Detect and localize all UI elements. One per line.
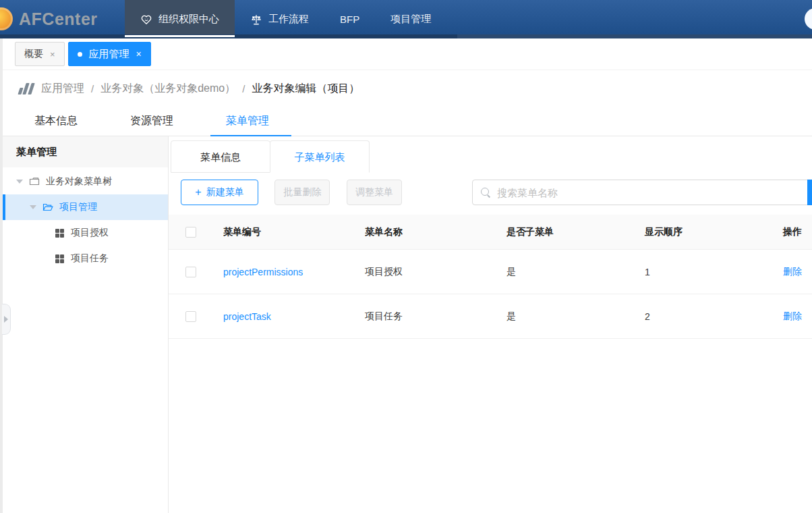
grid-icon xyxy=(55,229,64,238)
nav-item-label: 工作流程 xyxy=(268,13,309,26)
select-all-checkbox[interactable] xyxy=(185,227,196,238)
tree-item-project-task[interactable]: 项目任务 xyxy=(3,246,168,271)
left-rail xyxy=(0,38,3,513)
caret-down-icon[interactable] xyxy=(30,205,36,209)
breadcrumb-item-app-management[interactable]: 应用管理 xyxy=(41,82,84,96)
tab-basic-info[interactable]: 基本信息 xyxy=(32,114,80,128)
tree-item-project-permissions[interactable]: 项目授权 xyxy=(3,220,168,246)
cut-off-search-button[interactable] xyxy=(807,180,812,205)
table-row: projectPermissions 项目授权 是 1 删除 xyxy=(169,250,812,294)
subtab-menu-info[interactable]: 菜单信息 xyxy=(171,140,270,173)
breadcrumb-separator: / xyxy=(242,83,245,94)
toolbar: + 新建菜单 批量删除 调整菜单 xyxy=(169,180,812,205)
adjust-menu-label: 调整菜单 xyxy=(355,186,393,198)
folder-icon xyxy=(29,176,40,187)
menu-tree: 业务对象菜单树 项目管理 项目授权 xyxy=(3,167,168,271)
nav-item-label: 组织权限中心 xyxy=(158,13,219,26)
new-menu-button-label: 新建菜单 xyxy=(206,186,244,198)
table-header-row: 菜单编号 菜单名称 是否子菜单 显示顺序 操作 xyxy=(169,215,812,250)
scales-icon xyxy=(250,14,262,26)
delete-link[interactable]: 删除 xyxy=(774,266,812,278)
plus-icon: + xyxy=(195,187,201,198)
nav-item-project-management[interactable]: 项目管理 xyxy=(375,0,446,38)
column-header-is-sub: 是否子菜单 xyxy=(498,226,636,238)
brand: AFCenter xyxy=(0,0,125,38)
column-header-code: 菜单编号 xyxy=(214,226,356,238)
menu-code-link[interactable]: projectTask xyxy=(214,311,356,322)
column-header-order: 显示顺序 xyxy=(636,226,774,238)
nav-item-bfp[interactable]: BFP xyxy=(324,0,375,38)
delete-link[interactable]: 删除 xyxy=(774,310,812,323)
app-window: AFCenter 组织权限中心 xyxy=(0,0,812,513)
tab-menu-management[interactable]: 菜单管理 xyxy=(224,114,271,128)
panel-collapse-handle[interactable] xyxy=(2,304,11,335)
main-area: 菜单管理 业务对象菜单树 xyxy=(3,136,812,513)
tab-resource-management[interactable]: 资源管理 xyxy=(128,114,175,128)
active-dot-icon xyxy=(78,52,82,57)
row-checkbox-cell xyxy=(169,311,214,322)
subtab-submenu-list[interactable]: 子菜单列表 xyxy=(270,140,370,173)
main-nav: 组织权限中心 工作流程 BFP 项目管理 xyxy=(125,0,446,38)
brand-logo-icon xyxy=(0,7,13,30)
user-avatar[interactable] xyxy=(805,8,812,30)
tree-item-label: 业务对象菜单树 xyxy=(46,176,112,188)
workspace-tab-label: 概要 xyxy=(24,48,43,60)
grid-icon xyxy=(55,254,64,263)
nav-item-label: BFP xyxy=(340,14,359,25)
menu-sidebar: 菜单管理 业务对象菜单树 xyxy=(3,136,169,513)
header-checkbox-cell xyxy=(169,227,214,238)
nav-scrollbar-track xyxy=(0,34,812,38)
nav-item-org-permission-center[interactable]: 组织权限中心 xyxy=(125,0,235,38)
display-order-cell: 1 xyxy=(636,267,774,277)
breadcrumb-item-business-object[interactable]: 业务对象（业务对象demo） xyxy=(100,82,235,96)
batch-delete-button[interactable]: 批量删除 xyxy=(274,180,330,205)
nav-item-label: 项目管理 xyxy=(390,13,431,26)
batch-delete-label: 批量删除 xyxy=(283,186,321,198)
chevron-right-icon xyxy=(4,316,8,323)
breadcrumb-separator: / xyxy=(91,83,94,94)
is-submenu-cell: 是 xyxy=(498,310,636,323)
menu-code-link[interactable]: projectPermissions xyxy=(214,267,356,277)
row-checkbox[interactable] xyxy=(185,267,196,277)
workspace-tab-label: 应用管理 xyxy=(89,48,129,61)
workspace-tabstrip: 概要 × 应用管理 × xyxy=(0,38,812,70)
page-tabs: 基本信息 资源管理 菜单管理 xyxy=(0,107,812,136)
submenu-table: 菜单编号 菜单名称 是否子菜单 显示顺序 操作 projectPermissio… xyxy=(169,215,812,339)
heart-smile-icon xyxy=(140,14,152,26)
column-header-action: 操作 xyxy=(774,226,812,238)
search-input[interactable] xyxy=(497,181,811,204)
close-icon[interactable]: × xyxy=(50,50,55,59)
menu-name-cell: 项目任务 xyxy=(356,310,498,323)
folder-open-icon xyxy=(42,202,53,213)
workspace-tab-overview[interactable]: 概要 × xyxy=(15,42,65,66)
workspace-tab-app-management[interactable]: 应用管理 × xyxy=(68,42,151,66)
sub-tabs: 菜单信息 子菜单列表 xyxy=(171,140,812,173)
tree-item-project-management[interactable]: 项目管理 xyxy=(3,194,168,220)
caret-down-icon[interactable] xyxy=(16,180,23,184)
tree-item-menu-root[interactable]: 业务对象菜单树 xyxy=(3,169,168,194)
display-order-cell: 2 xyxy=(636,311,774,322)
menu-name-cell: 项目授权 xyxy=(356,266,498,278)
breadcrumb-item-current: 业务对象编辑（项目） xyxy=(252,82,359,96)
new-menu-button[interactable]: + 新建菜单 xyxy=(181,180,258,205)
tree-item-label: 项目授权 xyxy=(71,227,109,239)
table-row: projectTask 项目任务 是 2 删除 xyxy=(169,294,812,339)
search-box xyxy=(472,180,812,205)
tree-item-label: 项目管理 xyxy=(59,201,97,213)
row-checkbox[interactable] xyxy=(185,311,196,322)
content-panel: 菜单信息 子菜单列表 + 新建菜单 批量删除 调整菜单 xyxy=(169,136,812,513)
nav-item-workflow[interactable]: 工作流程 xyxy=(235,0,324,38)
search-icon xyxy=(481,188,491,198)
breadcrumb-menu-icon xyxy=(19,83,33,94)
breadcrumb: 应用管理 / 业务对象（业务对象demo） / 业务对象编辑（项目） xyxy=(0,70,812,107)
tree-item-label: 项目任务 xyxy=(71,252,109,265)
is-submenu-cell: 是 xyxy=(498,266,636,278)
row-checkbox-cell xyxy=(169,267,214,277)
adjust-menu-button[interactable]: 调整菜单 xyxy=(347,180,402,205)
close-icon[interactable]: × xyxy=(136,49,142,59)
brand-name: AFCenter xyxy=(19,9,98,29)
top-navbar: AFCenter 组织权限中心 xyxy=(0,0,812,38)
column-header-name: 菜单名称 xyxy=(356,226,498,238)
sidebar-title: 菜单管理 xyxy=(3,136,168,167)
